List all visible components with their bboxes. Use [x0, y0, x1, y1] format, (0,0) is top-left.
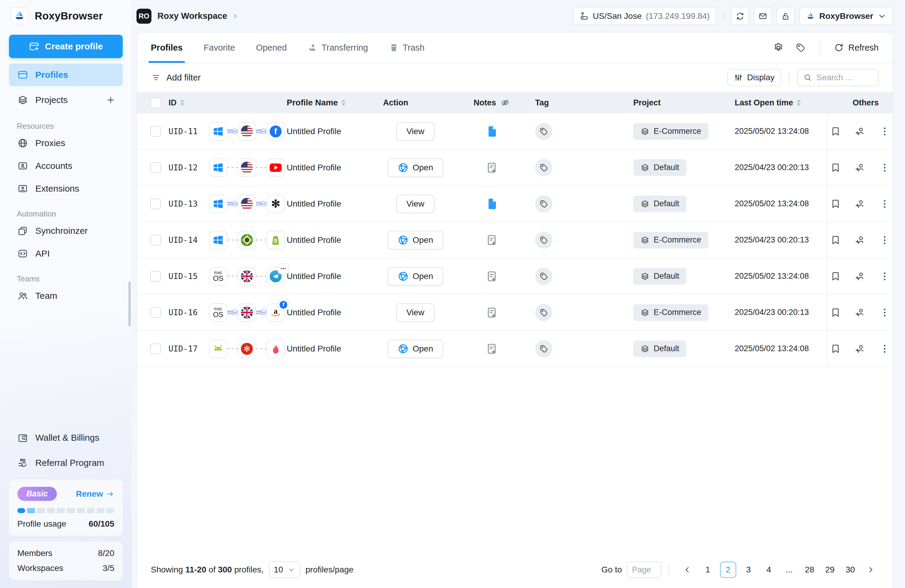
- sidebar-item-profiles[interactable]: Profiles: [9, 64, 123, 86]
- view-button[interactable]: View: [396, 122, 435, 141]
- add-tag-button[interactable]: [535, 195, 553, 213]
- next-page-button[interactable]: [862, 562, 879, 578]
- kebab-menu-icon[interactable]: [879, 307, 890, 318]
- add-project-button[interactable]: [106, 95, 116, 105]
- sort-icon[interactable]: [797, 99, 801, 106]
- row-checkbox[interactable]: [150, 199, 161, 209]
- sidebar-item-accounts[interactable]: Accounts: [9, 156, 123, 176]
- add-tag-button[interactable]: [535, 159, 553, 176]
- add-note-icon[interactable]: [486, 234, 498, 246]
- add-tag-button[interactable]: [535, 304, 553, 321]
- kebab-menu-icon[interactable]: [879, 271, 890, 282]
- kebab-menu-icon[interactable]: [879, 162, 890, 173]
- open-button[interactable]: Open: [387, 267, 443, 286]
- share-user-icon[interactable]: [855, 235, 865, 245]
- project-chip[interactable]: Default: [633, 340, 686, 357]
- kebab-menu-icon[interactable]: [879, 235, 890, 245]
- sidebar-scrollbar[interactable]: [129, 281, 131, 326]
- page-button-3[interactable]: 3: [740, 562, 757, 578]
- project-chip[interactable]: E-Commerce: [633, 304, 708, 321]
- project-chip[interactable]: Default: [633, 195, 686, 212]
- bookmark-icon[interactable]: [830, 162, 841, 173]
- sidebar-item-proxies[interactable]: Proxies: [9, 133, 123, 154]
- row-checkbox[interactable]: [150, 343, 161, 354]
- lock-button[interactable]: [776, 7, 795, 25]
- page-button-30[interactable]: 30: [842, 562, 858, 578]
- tag-icon[interactable]: [795, 43, 806, 53]
- page-button-2[interactable]: 2: [720, 562, 736, 578]
- share-user-icon[interactable]: [855, 343, 865, 354]
- note-icon[interactable]: [486, 198, 498, 210]
- note-icon[interactable]: [486, 125, 498, 138]
- project-chip[interactable]: E-Commerce: [633, 123, 708, 140]
- row-checkbox[interactable]: [150, 126, 161, 137]
- goto-page-input[interactable]: [627, 561, 661, 578]
- page-button-4[interactable]: 4: [761, 562, 777, 578]
- row-checkbox[interactable]: [150, 307, 161, 318]
- page-button-29[interactable]: 29: [822, 562, 838, 578]
- tab-profiles[interactable]: Profiles: [151, 33, 183, 63]
- workspace-name[interactable]: Roxy Workspace: [157, 11, 227, 21]
- project-chip[interactable]: Default: [633, 159, 686, 176]
- add-note-icon[interactable]: [486, 161, 498, 174]
- account-menu-button[interactable]: RoxyBrowser: [799, 7, 893, 25]
- share-user-icon[interactable]: [855, 271, 865, 282]
- tab-favorite[interactable]: Favorite: [203, 33, 235, 63]
- bookmark-icon[interactable]: [830, 343, 841, 354]
- sidebar-item-extensions[interactable]: Extensions: [9, 178, 123, 199]
- bookmark-icon[interactable]: [830, 235, 841, 245]
- eye-off-icon[interactable]: [500, 98, 510, 108]
- share-user-icon[interactable]: [855, 199, 865, 209]
- view-button[interactable]: View: [396, 195, 435, 213]
- open-button[interactable]: Open: [387, 340, 443, 358]
- gear-icon[interactable]: [773, 42, 784, 53]
- tab-transferring[interactable]: Transferring: [308, 33, 368, 63]
- kebab-menu-icon[interactable]: [879, 199, 890, 209]
- tab-trash[interactable]: Trash: [389, 33, 425, 63]
- add-note-icon[interactable]: [486, 343, 498, 355]
- sidebar-item-team[interactable]: Team: [9, 285, 123, 306]
- workspace-badge[interactable]: RO: [137, 9, 151, 24]
- add-tag-button[interactable]: [535, 123, 553, 140]
- col-profile-name[interactable]: Profile Name: [287, 98, 338, 108]
- col-last-open[interactable]: Last Open time: [735, 98, 793, 108]
- inbox-button[interactable]: [754, 7, 772, 25]
- add-tag-button[interactable]: [535, 340, 553, 358]
- sidebar-item-api[interactable]: API: [9, 243, 123, 264]
- prev-page-button[interactable]: [680, 562, 695, 578]
- refresh-button[interactable]: Refresh: [834, 43, 879, 53]
- select-all-checkbox[interactable]: [150, 97, 161, 108]
- share-user-icon[interactable]: [855, 162, 865, 173]
- tab-opened[interactable]: Opened: [256, 33, 287, 63]
- sort-icon[interactable]: [341, 99, 346, 106]
- open-button[interactable]: Open: [387, 231, 443, 250]
- share-user-icon[interactable]: [855, 126, 865, 137]
- add-tag-button[interactable]: [535, 231, 553, 249]
- proxy-status-button[interactable]: US/San Jose (173.249.199.84): [573, 7, 716, 25]
- col-id[interactable]: ID: [168, 98, 176, 108]
- create-profile-button[interactable]: Create profile: [9, 35, 123, 58]
- bookmark-icon[interactable]: [830, 271, 841, 282]
- row-checkbox[interactable]: [150, 235, 161, 245]
- row-checkbox[interactable]: [150, 162, 161, 173]
- add-filter-button[interactable]: Add filter: [151, 72, 200, 83]
- sort-icon[interactable]: [180, 99, 184, 106]
- sidebar-item-wallet-billings[interactable]: Wallet & Billings: [9, 426, 123, 449]
- bookmark-icon[interactable]: [830, 307, 841, 318]
- kebab-menu-icon[interactable]: [879, 343, 890, 354]
- page-button-28[interactable]: 28: [802, 562, 818, 578]
- page-button-1[interactable]: 1: [700, 562, 716, 578]
- add-tag-button[interactable]: [535, 268, 553, 285]
- open-button[interactable]: Open: [387, 158, 443, 177]
- project-chip[interactable]: Default: [633, 268, 686, 285]
- sidebar-item-projects[interactable]: Projects: [9, 89, 123, 111]
- bookmark-icon[interactable]: [830, 126, 841, 137]
- search-input[interactable]: [816, 73, 873, 82]
- row-checkbox[interactable]: [150, 271, 161, 282]
- renew-link[interactable]: Renew: [76, 489, 114, 499]
- project-chip[interactable]: E-Commerce: [633, 232, 708, 248]
- sidebar-item-synchroinzer[interactable]: Synchroinzer: [9, 220, 123, 241]
- share-user-icon[interactable]: [855, 307, 865, 318]
- kebab-menu-icon[interactable]: [879, 126, 890, 137]
- add-note-icon[interactable]: [486, 306, 498, 319]
